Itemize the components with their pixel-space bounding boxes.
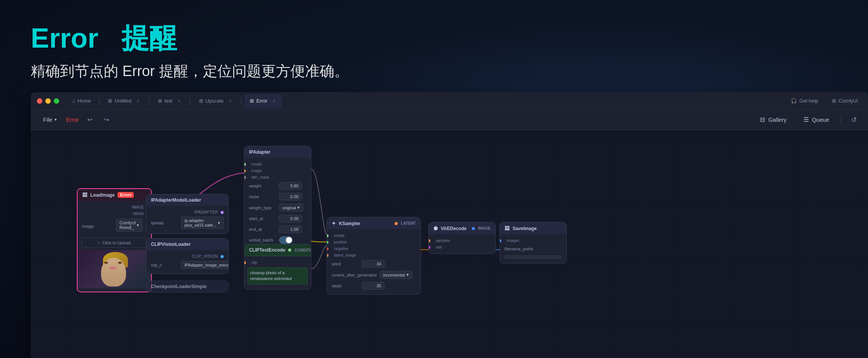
- tab-error[interactable]: ⊞ Error ✕: [244, 94, 282, 108]
- tab-untitled[interactable]: ⊞ Untitled ✕: [103, 94, 146, 108]
- vae-decode-header: ⬟ VAEDecode IMAGE: [429, 222, 495, 234]
- control-select[interactable]: incremental ▾: [380, 271, 412, 279]
- title-error: Error: [31, 23, 98, 53]
- header-area: Error 提醒 精确到节点的 Error 提醒，定位问题更方便准确。: [31, 23, 349, 81]
- redo-button[interactable]: ↪: [101, 114, 113, 126]
- port-images-save: images: [500, 237, 566, 244]
- end-at-row: end_at 1.00: [244, 224, 311, 235]
- save-icon: 🖼: [505, 225, 510, 231]
- steps-row: steps 35: [327, 280, 420, 291]
- end-at-input[interactable]: 1.00: [279, 225, 302, 233]
- clip-vision-header: CLIPVisionLoader: [146, 239, 228, 250]
- upload-button[interactable]: ↑ Click to Upload: [81, 238, 147, 248]
- get-help-button[interactable]: 🎧 Get help: [787, 96, 822, 105]
- steps-input[interactable]: 35: [362, 282, 385, 290]
- gallery-button[interactable]: ⊟ Gallery: [755, 114, 792, 126]
- ksampler-icon: ✦: [332, 220, 336, 226]
- clip-in-port: [244, 261, 246, 264]
- clip-vision-out-label: CLIP_VISION: [146, 253, 228, 259]
- tab-separator-2: |: [148, 97, 150, 105]
- grid-icon-3: ⊞: [199, 98, 203, 104]
- noise-row: noise 0.00: [244, 191, 311, 202]
- start-at-input[interactable]: 0.00: [279, 215, 302, 222]
- comfy-icon: ⊞: [832, 98, 836, 104]
- close-button[interactable]: [37, 98, 42, 104]
- toolbar: File ▾ Error ↩ ↪ ⊟ Gallery ☰ Queue ↺: [31, 110, 868, 130]
- image-icon: 🖼: [82, 192, 87, 198]
- checkpoint-header: CheckpointLoaderSimple: [146, 281, 228, 292]
- ipadapter-select[interactable]: ip-adapter-plus_sd15.safe... ▾: [181, 217, 224, 229]
- clip-vision-select[interactable]: IPAdapter_image_encoder_s... ▾: [181, 261, 229, 269]
- tab-home[interactable]: ⌂ Home: [67, 94, 96, 108]
- port-clip-left: clip: [244, 259, 311, 266]
- clip-vision-body: CLIP_VISION clip_n IPAdapter_image_encod…: [146, 250, 228, 273]
- ipadapter-field-row: ipadap ip-adapter-plus_sd15.safe... ▾: [146, 215, 228, 230]
- chevron-icon: ▾: [137, 223, 139, 228]
- latent-in-port: [327, 254, 329, 257]
- positive-port: [327, 241, 329, 244]
- vae-icon: ⬟: [433, 225, 438, 231]
- refresh-button[interactable]: ↺: [847, 113, 860, 126]
- port-image-right: IMAGE: [78, 204, 151, 210]
- maximize-button[interactable]: [54, 98, 59, 104]
- queue-icon: ☰: [803, 116, 809, 123]
- close-error-icon[interactable]: ✕: [271, 98, 277, 104]
- port-model-left: model: [244, 161, 311, 167]
- weight-input[interactable]: 0.80: [279, 182, 302, 190]
- gallery-icon: ⊟: [760, 116, 765, 123]
- close-upscale-icon[interactable]: ✕: [227, 98, 233, 104]
- clip-text-encode-node: CLIPTextEncode CONDITIONING clip closeup…: [244, 244, 311, 290]
- toolbar-left: File ▾ Error ↩ ↪: [38, 114, 113, 126]
- load-image-body: IMAGE MASK image ComfyUI Result_ ▾ ↑ Cli…: [78, 201, 151, 292]
- toggle-knob: [286, 237, 292, 243]
- clip-vision-field-row: clip_n IPAdapter_image_encoder_s... ▾: [146, 259, 228, 270]
- weight-row: weight 0.80: [244, 181, 311, 191]
- tab-upscale[interactable]: ⊞ Upscale ✕: [194, 94, 238, 108]
- unfold-batch-toggle[interactable]: [279, 236, 293, 244]
- samples-port: [428, 239, 430, 242]
- port-positive-ksampler: positive: [327, 239, 420, 245]
- tab-test[interactable]: ⊞ test ✕: [153, 94, 187, 108]
- load-image-header: 🖼 LoadImage Errors: [78, 189, 151, 201]
- undo-button[interactable]: ↩: [84, 114, 96, 126]
- noise-input[interactable]: 0.00: [279, 193, 302, 201]
- error-label: Error: [66, 116, 79, 123]
- port-vae-vae: vae: [429, 244, 495, 250]
- comfyui-button[interactable]: ⊞ ComfyUI: [828, 96, 862, 105]
- seed-input[interactable]: 34: [362, 260, 385, 268]
- close-untitled-icon[interactable]: ✕: [135, 98, 141, 104]
- title-bar: ⌂ Home | ⊞ Untitled ✕ | ⊞ test ✕ | ⊞ Ups…: [31, 92, 868, 110]
- port-latent-ksampler: latent_image: [327, 252, 420, 259]
- chevron-down-icon: ▾: [218, 220, 220, 225]
- latent-out-port: [395, 222, 398, 225]
- error-tag: Errors: [118, 192, 134, 198]
- chevron-icon-3: ▾: [297, 205, 300, 210]
- title-bar-right: 🎧 Get help ⊞ ComfyUI: [787, 96, 862, 105]
- filename-row: filename_prefix: [500, 244, 566, 254]
- minimize-button[interactable]: [45, 98, 51, 104]
- close-test-icon[interactable]: ✕: [176, 98, 182, 104]
- vae-in-port: [428, 246, 430, 249]
- clip-vision-loader-node: CLIPVisionLoader CLIP_VISION clip_n IPAd…: [146, 238, 229, 274]
- title-chinese: 提醒: [121, 23, 177, 53]
- canvas-area[interactable]: 🖼 LoadImage Errors IMAGE MASK image Comf…: [31, 131, 868, 358]
- start-at-row: start_at 0.00: [244, 213, 311, 224]
- file-menu-button[interactable]: File ▾: [38, 114, 61, 125]
- model-ksampler-port: [327, 234, 329, 237]
- save-image-header: 🖼 SaveImage: [500, 222, 566, 234]
- grid-icon-4: ⊞: [250, 98, 254, 104]
- port-samples-vae: samples: [429, 237, 495, 244]
- queue-button[interactable]: ☰ Queue: [798, 114, 835, 126]
- checkpoint-loader-node: CheckpointLoaderSimple: [146, 280, 229, 293]
- tab-separator-1: |: [99, 97, 101, 105]
- tab-separator-3: |: [189, 97, 191, 105]
- save-image-node: 🖼 SaveImage images filename_prefix: [500, 222, 567, 264]
- seed-row: seed 34: [327, 259, 420, 269]
- ip-adapter-main-node: IPAdapter model image attn_mask: [244, 146, 311, 249]
- tab-separator-4: |: [241, 97, 242, 105]
- weight-type-select[interactable]: original ▾: [279, 204, 303, 212]
- toolbar-divider: [841, 115, 841, 124]
- filename-input[interactable]: [505, 255, 562, 259]
- image-dropdown[interactable]: ComfyUI Result_ ▾: [116, 219, 143, 232]
- prompt-text[interactable]: closeup photo of a renaissance astronaut: [247, 267, 308, 285]
